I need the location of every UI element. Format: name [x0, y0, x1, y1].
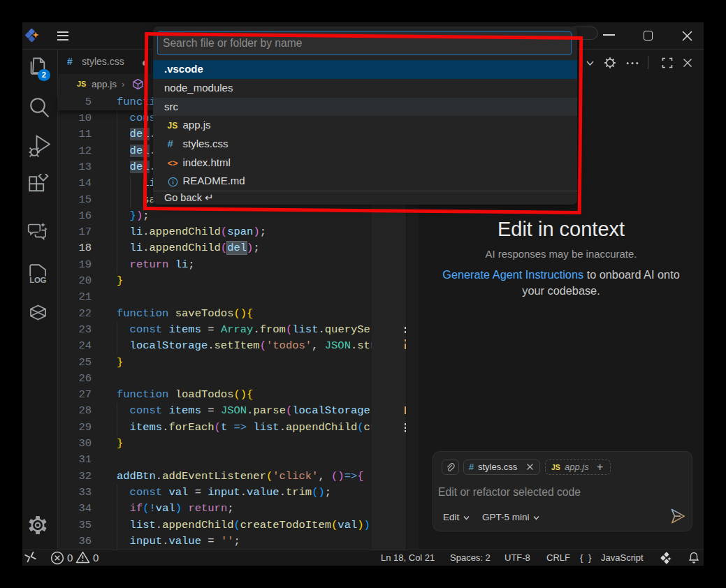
- svg-text:LOG: LOG: [29, 276, 46, 284]
